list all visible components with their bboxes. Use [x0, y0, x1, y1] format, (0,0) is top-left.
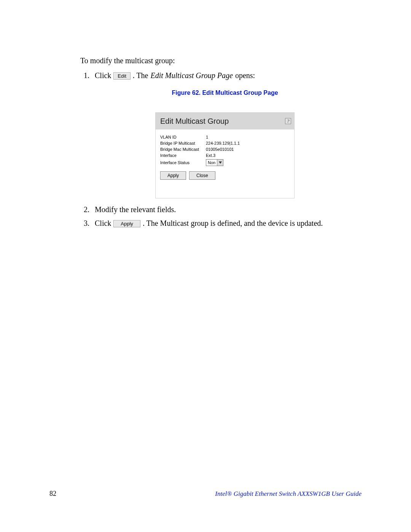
intro-text: To modify the multicast group: — [80, 56, 370, 66]
field-interface-status: Interface Status Non — [160, 159, 290, 166]
interface-status-value: Non — [206, 160, 217, 165]
label-bridge-mac: Bridge Mac Multicast — [160, 147, 206, 152]
step-2: 2. Modify the relevant fields. — [80, 204, 370, 215]
page-footer: 82 Intel® Gigabit Ethernet Switch AXXSW1… — [49, 490, 362, 498]
step-3: 3. Click Apply . The Multicast group is … — [80, 217, 370, 229]
label-bridge-ip: Bridge IP Multicast — [160, 141, 206, 145]
field-bridge-mac: Bridge Mac Multicast 01005e010101 — [160, 147, 290, 152]
edit-button-inline[interactable]: Edit — [113, 72, 130, 80]
figure-block: Figure 62. Edit Multicast Group Page Edi… — [80, 89, 370, 198]
step1-tail: opens: — [235, 70, 255, 81]
value-interface: Ext.3 — [206, 153, 215, 158]
field-bridge-ip: Bridge IP Multicast 224-239.129|1.1.1 — [160, 141, 290, 145]
step-1: 1. Click Edit . The Edit Multicast Group… — [80, 70, 370, 81]
dialog-titlebar: Edit Multicast Group ? — [156, 113, 294, 129]
step-number: 3. — [80, 217, 95, 229]
step1-italic: Edit Multicast Group Page — [150, 70, 233, 81]
step3-prefix: Click — [95, 217, 111, 229]
apply-button-inline[interactable]: Apply — [113, 220, 140, 227]
label-interface: Interface — [160, 153, 206, 158]
dialog-title: Edit Multicast Group — [160, 117, 229, 126]
help-icon[interactable]: ? — [285, 118, 291, 124]
step-number: 1. — [80, 70, 95, 81]
chevron-down-icon — [217, 160, 223, 166]
dialog-edit-multicast-group: Edit Multicast Group ? VLAN ID 1 Bridge … — [155, 112, 295, 198]
footer-title: Intel® Gigabit Ethernet Switch AXXSW1GB … — [215, 490, 362, 498]
field-vlan-id: VLAN ID 1 — [160, 135, 290, 139]
close-button[interactable]: Close — [189, 171, 215, 180]
step3-tail: . The Multicast group is defined, and th… — [143, 217, 323, 229]
interface-status-select[interactable]: Non — [206, 159, 223, 166]
step1-period: . The — [133, 70, 148, 81]
page-number: 82 — [49, 490, 56, 498]
field-interface: Interface Ext.3 — [160, 153, 290, 158]
step-number: 2. — [80, 204, 95, 215]
step1-prefix: Click — [95, 70, 111, 81]
value-vlan-id: 1 — [206, 135, 208, 139]
value-bridge-mac: 01005e010101 — [206, 147, 234, 152]
apply-button[interactable]: Apply — [160, 171, 186, 180]
label-vlan-id: VLAN ID — [160, 135, 206, 139]
figure-caption: Figure 62. Edit Multicast Group Page — [80, 89, 370, 96]
step2-text: Modify the relevant fields. — [95, 204, 176, 215]
value-bridge-ip: 224-239.129|1.1.1 — [206, 141, 240, 145]
label-interface-status: Interface Status — [160, 160, 206, 165]
